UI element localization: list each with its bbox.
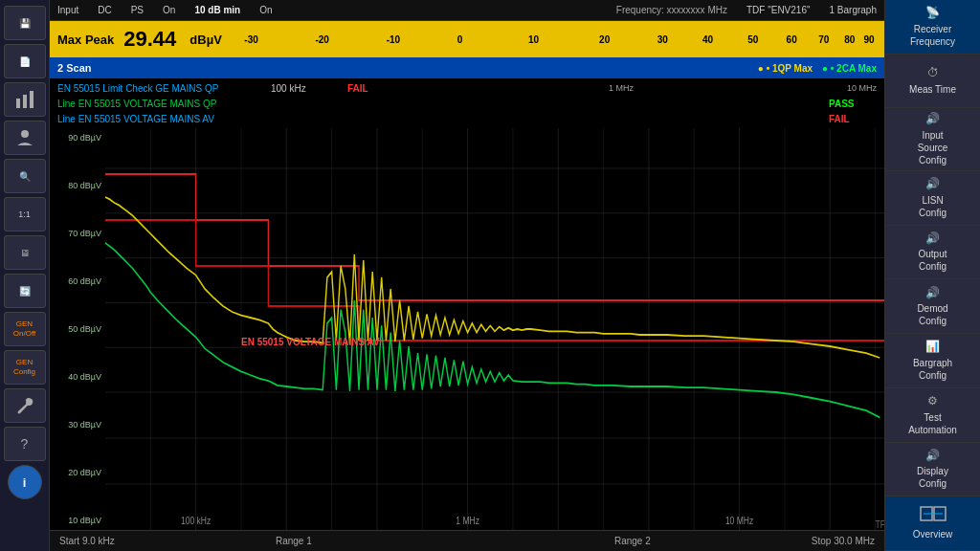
right-panel: 📡 ReceiverFrequency ⏱ Meas Time 🔊 InputS… — [884, 0, 980, 551]
limit-status-2: FAIL — [829, 114, 877, 124]
svg-text:TF: TF — [876, 518, 884, 530]
file-button[interactable]: 📄 — [4, 44, 46, 78]
receiver-icon: 📡 — [925, 6, 940, 21]
lisn-config-button[interactable]: 🔊 LISNConfig — [885, 171, 980, 226]
input-source-icon: 🔊 — [925, 112, 940, 127]
limit-row-0: EN 55015 Limit Check GE MAINS QP 100 kHz… — [57, 80, 877, 96]
gen-onoff-button[interactable]: GENOn/Off — [4, 312, 46, 346]
y-label-40: 40 dBµV — [50, 372, 105, 382]
scan-legend: ● • 1QP Max ● • 2CA Max — [758, 63, 877, 74]
automation-icon: ⚙ — [927, 394, 938, 409]
y-label-90: 90 dBµV — [50, 133, 105, 143]
scan-label: 2 Scan — [57, 62, 91, 74]
y-axis: 90 dBµV 80 dBµV 70 dBµV 60 dBµV 50 dBµV … — [50, 128, 105, 530]
legend-ca: ● • 2CA Max — [822, 63, 877, 74]
save-button[interactable]: 💾 — [4, 6, 46, 40]
frequency-label: Frequency: xxxxxxxx MHz — [616, 5, 727, 15]
person-button[interactable] — [4, 121, 46, 155]
info-button[interactable]: i — [8, 465, 42, 499]
scale-tick-60: 60 — [787, 34, 797, 45]
scale-tick-70: 70 — [818, 34, 829, 45]
overview-button[interactable]: Overview — [885, 496, 980, 551]
receiver-label: ReceiverFrequency — [910, 23, 955, 48]
scale-tick-50: 50 — [747, 34, 758, 45]
top-bar: Input DC PS On 10 dB min On Frequency: x… — [50, 0, 884, 21]
limit-name-2: Line EN 55015 VOLTAGE MAINS AV — [57, 114, 752, 124]
scale-tick-90: 90 — [864, 34, 875, 45]
limit-name-0: EN 55015 Limit Check GE MAINS QP — [57, 83, 271, 94]
input-source-label: InputSourceConfig — [918, 129, 948, 166]
test-automation-label: TestAutomation — [908, 411, 957, 436]
output-icon: 🔊 — [925, 231, 940, 247]
bottom-bar: Start 9.0 kHz Range 1 Range 2 Stop 30.0 … — [50, 530, 884, 551]
gen-config-button[interactable]: GENConfig — [4, 350, 46, 385]
svg-rect-1 — [23, 95, 27, 108]
output-config-button[interactable]: 🔊 OutputConfig — [885, 226, 980, 280]
left-toolbar: 💾 📄 🔍 1:1 🖥 🔄 GENOn/Off GENConfig ? i — [0, 0, 50, 551]
svg-text:1 MHz: 1 MHz — [456, 515, 479, 526]
on1-label: On — [163, 5, 175, 15]
on2-label: On — [259, 5, 272, 15]
y-label-70: 70 dBµV — [50, 229, 105, 238]
chart-area: 90 dBµV 80 dBµV 70 dBµV 60 dBµV 50 dBµV … — [50, 128, 884, 530]
y-label-20: 20 dBµV — [50, 468, 105, 477]
reset-zoom-button[interactable]: 1:1 — [4, 197, 46, 231]
meas-time-button[interactable]: ⏱ Meas Time — [885, 55, 980, 109]
scale-tick-40: 40 — [702, 34, 713, 45]
help-button[interactable]: ? — [4, 427, 46, 461]
limit-freq-0: 100 kHz — [271, 83, 347, 94]
y-label-80: 80 dBµV — [50, 181, 105, 190]
svg-rect-2 — [30, 91, 33, 108]
display-icon: 🔊 — [925, 449, 940, 464]
lisn-icon: 🔊 — [925, 177, 940, 192]
dc-label: DC — [98, 5, 111, 15]
demod-icon: 🔊 — [925, 286, 940, 301]
scale-tick-n20: -20 — [315, 34, 328, 45]
limit-status-1: PASS — [829, 99, 877, 109]
scale-tick-30: 30 — [657, 34, 668, 45]
range2-label: Range 2 — [463, 536, 802, 546]
y-label-30: 30 dBµV — [50, 420, 105, 430]
display-config-label: DisplayConfig — [917, 465, 948, 490]
display-button[interactable]: 🖥 — [4, 235, 46, 270]
receiver-frequency-button[interactable]: 📡 ReceiverFrequency — [885, 0, 980, 55]
scan-bar: 2 Scan ● • 1QP Max ● • 2CA Max — [50, 57, 884, 78]
meas-time-icon: ⏱ — [927, 66, 939, 81]
bargraph-config-button[interactable]: 📊 BargraphConfig — [885, 334, 980, 388]
zoom-button[interactable]: 🔍 — [4, 159, 46, 193]
limit-rows: EN 55015 Limit Check GE MAINS QP 100 kHz… — [50, 78, 884, 128]
svg-point-3 — [21, 130, 29, 138]
bargraph-label: 1 Bargraph — [830, 5, 877, 15]
db-min-label: 10 dB min — [194, 5, 240, 15]
range1-label: Range 1 — [124, 536, 463, 546]
chart-button[interactable] — [4, 82, 46, 117]
main-area: Input DC PS On 10 dB min On Frequency: x… — [50, 0, 884, 551]
limit-row-2: Line EN 55015 VOLTAGE MAINS AV FAIL — [57, 111, 877, 126]
refresh-button[interactable]: 🔄 — [4, 274, 46, 308]
y-label-60: 60 dBµV — [50, 276, 105, 286]
peak-bar: Max Peak 29.44 dBµV -30 -20 -10 0 10 20 … — [50, 21, 884, 57]
wrench-button[interactable] — [4, 388, 46, 423]
overview-icon — [920, 506, 947, 526]
y-label-50: 50 dBµV — [50, 324, 105, 334]
input-source-config-button[interactable]: 🔊 InputSourceConfig — [885, 108, 980, 171]
demod-label: DemodConfig — [917, 302, 947, 327]
stop-freq: Stop 30.0 MHz — [802, 536, 884, 546]
demod-config-button[interactable]: 🔊 DemodConfig — [885, 279, 980, 334]
meas-time-label: Meas Time — [909, 83, 956, 96]
test-automation-button[interactable]: ⚙ TestAutomation — [885, 388, 980, 443]
start-freq: Start 9.0 kHz — [50, 536, 124, 546]
svg-text:100 kHz: 100 kHz — [181, 515, 211, 526]
scale-tick-n30: -30 — [244, 34, 257, 45]
overview-label: Overview — [913, 528, 953, 540]
display-config-button[interactable]: 🔊 DisplayConfig — [885, 443, 980, 497]
svg-text:10 MHz: 10 MHz — [725, 515, 753, 526]
peak-unit: dBµV — [189, 33, 222, 47]
limit-name-1: Line EN 55015 VOLTAGE MAINS QP — [57, 99, 752, 109]
peak-value: 29.44 — [123, 27, 176, 52]
scale-bar: -30 -20 -10 0 10 20 30 40 50 60 70 80 90 — [232, 21, 877, 57]
limit-row-1: Line EN 55015 VOLTAGE MAINS QP PASS — [57, 96, 877, 111]
source-label: TDF "ENV216" — [746, 5, 811, 15]
scale-tick-20: 20 — [599, 34, 610, 45]
scale-tick-0: 0 — [457, 34, 463, 45]
